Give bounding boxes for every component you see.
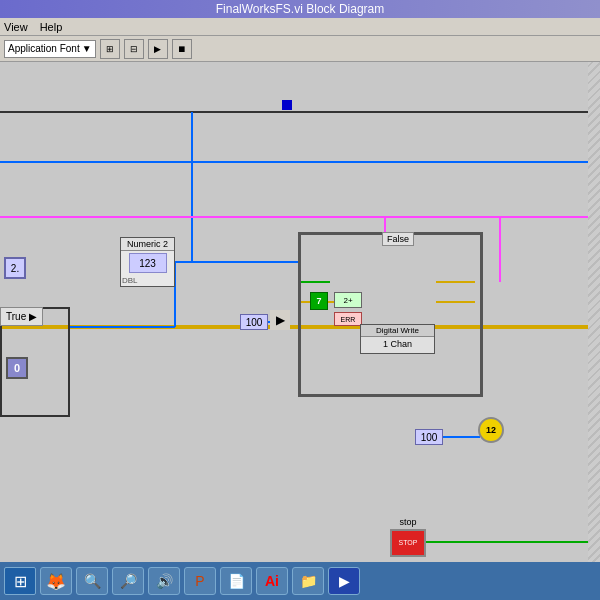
play-arrow[interactable]: ▶ (270, 310, 290, 330)
main-canvas[interactable]: 2. Numeric 2 123 DBL True ▶ 0 100 ▶ Fals… (0, 62, 600, 582)
stop-label: stop (390, 517, 426, 527)
error-block: ERR (334, 312, 362, 326)
status-block-lime: 2+ (334, 292, 362, 308)
title-text: FinalWorksFS.vi Block Diagram (216, 2, 384, 16)
toolbar-btn-stop[interactable]: ⏹ (172, 39, 192, 59)
case-structure-frame (298, 232, 483, 397)
unknown-button-2[interactable]: 📁 (292, 567, 324, 595)
title-bar: FinalWorksFS.vi Block Diagram (0, 0, 600, 18)
zero-constant[interactable]: 0 (6, 357, 28, 379)
toolbar: Application Font ▼ ⊞ ⊟ ▶ ⏹ (0, 36, 600, 62)
audio-button[interactable]: 🔊 (148, 567, 180, 595)
toolbar-btn-1[interactable]: ⊞ (100, 39, 120, 59)
stop-button-inner: STOP (390, 529, 426, 557)
numeric2-type: DBL (121, 275, 174, 286)
digital-write-label: Digital Write (361, 325, 434, 337)
toolbar-btn-run[interactable]: ▶ (148, 39, 168, 59)
blue-top-connector (282, 100, 292, 110)
taskbar: ⊞ 🦊 🔍 🔎 🔊 P 📄 Ai 📁 ▶ (0, 562, 600, 600)
menu-help[interactable]: Help (40, 21, 63, 33)
toolbar-btn-2[interactable]: ⊟ (124, 39, 144, 59)
media-button[interactable]: ▶ (328, 567, 360, 595)
search-button-1[interactable]: 🔍 (76, 567, 108, 595)
numeric2-display: 123 (129, 253, 167, 273)
digital-write-block[interactable]: Digital Write 1 Chan (360, 324, 435, 354)
case-false-label[interactable]: False (382, 232, 414, 246)
stop-block[interactable]: stop STOP (390, 517, 426, 557)
menu-bar: View Help (0, 18, 600, 36)
hundred-constant-left[interactable]: 100 (240, 314, 268, 330)
menu-view[interactable]: View (4, 21, 28, 33)
powerpoint-button[interactable]: P (184, 567, 216, 595)
green-indicator: 7 (310, 292, 328, 310)
numeric2-block[interactable]: Numeric 2 123 DBL (120, 237, 175, 287)
adobe-button[interactable]: Ai (256, 567, 288, 595)
yellow-circle-indicator: 12 (478, 417, 504, 443)
digital-write-chan: 1 Chan (361, 337, 434, 353)
search-button-2[interactable]: 🔎 (112, 567, 144, 595)
start-button[interactable]: ⊞ (4, 567, 36, 595)
two-constant-block[interactable]: 2. (4, 257, 26, 279)
font-selector[interactable]: Application Font ▼ (4, 40, 96, 58)
hundred-constant-right[interactable]: 100 (415, 429, 443, 445)
numeric2-label: Numeric 2 (121, 238, 174, 251)
true-constant[interactable]: True ▶ (0, 307, 43, 326)
firefox-button[interactable]: 🦊 (40, 567, 72, 595)
unknown-button-1[interactable]: 📄 (220, 567, 252, 595)
scroll-right[interactable] (588, 62, 600, 582)
